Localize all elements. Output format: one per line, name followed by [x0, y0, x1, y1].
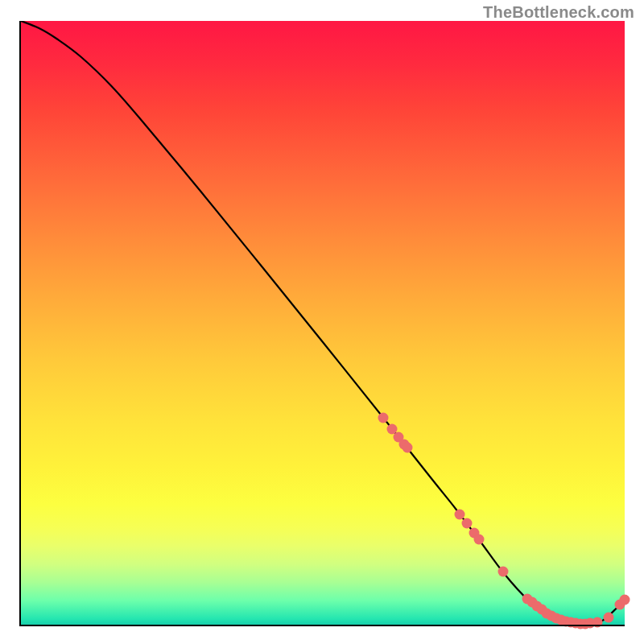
- data-point: [402, 443, 413, 453]
- chart-container: TheBottleneck.com: [0, 0, 644, 644]
- data-point: [378, 412, 389, 423]
- plot-area: [21, 21, 625, 625]
- data-point: [461, 518, 472, 529]
- data-point: [603, 613, 613, 623]
- attribution-label: TheBottleneck.com: [483, 3, 634, 22]
- data-point: [473, 534, 484, 544]
- x-axis: [21, 625, 625, 626]
- y-axis: [19, 21, 21, 626]
- data-point: [497, 567, 508, 577]
- data-point: [620, 595, 630, 605]
